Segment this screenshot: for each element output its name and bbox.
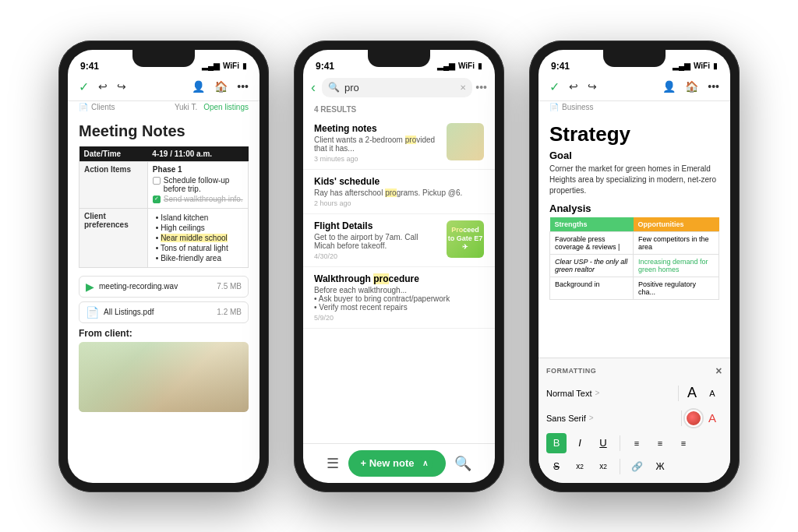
time-3: 9:41 [551, 61, 570, 72]
result-1-snippet: Client wants a 2-bedroom provided that i… [314, 136, 439, 153]
normal-text-chevron: > [595, 389, 599, 397]
result-2-title: Kids' schedule [314, 176, 484, 187]
formatting-header: FORMATTING × [546, 365, 722, 377]
result-2-snippet: Ray has afterschool programs. Pickup @6. [314, 188, 484, 197]
opportunity-3: Positive regulatory cha... [634, 277, 719, 299]
search-bar[interactable]: 🔍 pro ✕ [322, 78, 472, 97]
expand-icon: ∧ [422, 459, 428, 467]
search-toolbar: ‹ 🔍 pro ✕ ••• [303, 75, 495, 100]
prefs-list: Island kitchen High ceilings Near middle… [153, 213, 243, 262]
search-bottom-icon[interactable]: 🔍 [454, 455, 471, 472]
wifi-icon-2: WiFi [458, 62, 475, 70]
underline-button[interactable]: U [593, 433, 613, 453]
home-icon-3[interactable]: 🏠 [683, 79, 700, 94]
align-left-button[interactable]: ≡ [627, 433, 647, 453]
time-1: 9:41 [80, 61, 99, 72]
divider-4 [620, 459, 620, 474]
opportunity-2: Increasing demand for green homes [634, 254, 719, 277]
strength-3: Background in [550, 277, 634, 299]
open-listings-link[interactable]: Open listings [203, 103, 249, 111]
formatting-panel: FORMATTING × Normal Text > A A San [538, 358, 730, 483]
doc3-content: Strategy Goal Corner the market for gree… [538, 115, 730, 358]
breadcrumb-clients[interactable]: Clients [91, 103, 115, 111]
phone-2: 9:41 ▂▄▆ WiFi ▮ ‹ 🔍 pro ✕ ••• 4 RESULTS [294, 41, 504, 492]
search-result-4[interactable]: Walkthrough procedure Before each walkth… [303, 267, 495, 329]
phone-1: 9:41 ▂▄▆ WiFi ▮ ✓ ↩ ↪ 👤 🏠 ••• 📄 Clients [58, 41, 269, 492]
subscript-button[interactable]: x2 [593, 456, 613, 477]
check-icon-3[interactable]: ✓ [548, 78, 561, 96]
result-4-snippet: Before each walkthrough... • Ask buyer t… [314, 286, 484, 312]
new-note-button[interactable]: + New note ∧ [348, 450, 446, 477]
result-1-text: Meeting notes Client wants a 2-bedroom p… [314, 123, 439, 163]
back-button[interactable]: ‹ [311, 79, 319, 96]
attachment-pdf: 📄 All Listings.pdf 1.2 MB [79, 301, 249, 323]
attachment-audio: ▶ meeting-recording.wav 7.5 MB [79, 276, 249, 298]
opportunity-1: Few competitors in the area [634, 231, 719, 254]
bold-button[interactable]: B [546, 433, 567, 453]
results-count: 4 RESULTS [303, 100, 495, 117]
doc3-title: Strategy [549, 122, 719, 146]
sans-serif-label: Sans Serif [546, 414, 586, 423]
result-3-title: Flight Details [314, 220, 439, 231]
align-center-button[interactable]: ≡ [650, 433, 670, 453]
search-result-3[interactable]: Flight Details Get to the airport by 7am… [303, 214, 495, 267]
doc-content-1: Meeting Notes Date/Time 4-19 / 11:00 a.m… [68, 115, 260, 483]
color-picker-button[interactable] [685, 410, 702, 427]
pref-3: Near middle school [156, 234, 243, 242]
notch-1 [132, 50, 195, 67]
formatting-title: FORMATTING [546, 367, 596, 375]
code-button[interactable]: Ж [650, 456, 670, 477]
more-icon-1[interactable]: ••• [235, 79, 250, 94]
superscript-button[interactable]: x2 [570, 456, 590, 477]
pref-highlighted: Near middle school [161, 234, 228, 242]
strikethrough-button[interactable]: S [546, 456, 567, 477]
divider-2 [681, 410, 682, 426]
result-1-time: 3 minutes ago [314, 155, 439, 163]
search-results-list: Meeting notes Client wants a 2-bedroom p… [303, 117, 495, 443]
more-icon-3[interactable]: ••• [706, 79, 721, 94]
menu-icon[interactable]: ☰ [327, 455, 339, 472]
phone-3: 9:41 ▂▄▆ WiFi ▮ ✓ ↩ ↪ 👤 🏠 ••• 📄 Business [529, 41, 740, 492]
font-size-large-button[interactable]: A [682, 383, 702, 403]
format-row-4: S x2 x2 🔗 Ж [546, 456, 722, 477]
close-formatting-button[interactable]: × [715, 365, 722, 377]
search-more-icon[interactable]: ••• [475, 81, 487, 93]
text-color-button[interactable]: A [702, 408, 722, 428]
undo-icon-3[interactable]: ↩ [567, 79, 580, 94]
pref-4: Tons of natural light [156, 244, 243, 252]
font-size-small-button[interactable]: A [702, 383, 722, 403]
font-selector[interactable]: Sans Serif > [546, 414, 678, 423]
swot-analysis-table: Strengths Opportunities Favorable press … [549, 217, 719, 300]
search-icon: 🔍 [328, 82, 340, 93]
signal-icon-1: ▂▄▆ [202, 62, 220, 70]
search-result-2[interactable]: Kids' schedule Ray has afterschool progr… [303, 170, 495, 214]
swot-row-2: Clear USP - the only all green realtor I… [550, 254, 719, 277]
strength-1: Favorable press coverage & reviews | [550, 231, 634, 254]
meeting-notes-table: Date/Time 4-19 / 11:00 a.m. Action Items… [79, 146, 249, 268]
signal-icon-3: ▂▄▆ [673, 62, 690, 70]
undo-icon-1[interactable]: ↩ [97, 79, 109, 94]
checkbox-1[interactable] [153, 177, 161, 185]
status-icons-3: ▂▄▆ WiFi ▮ [673, 62, 718, 70]
user-icon-1[interactable]: 👤 [190, 79, 207, 94]
check-icon-1[interactable]: ✓ [77, 78, 90, 96]
breadcrumb-3: 📄 Business [538, 101, 730, 115]
redo-icon-3[interactable]: ↪ [586, 79, 598, 94]
result-2-text: Kids' schedule Ray has afterschool progr… [314, 176, 484, 207]
result-4-date: 5/9/20 [314, 314, 484, 322]
align-right-button[interactable]: ≡ [673, 433, 694, 453]
link-button[interactable]: 🔗 [627, 456, 647, 477]
home-icon-1[interactable]: 🏠 [213, 79, 229, 94]
pdf-icon: 📄 [86, 306, 99, 319]
search-result-1[interactable]: Meeting notes Client wants a 2-bedroom p… [303, 117, 495, 170]
strength-header: Strengths [550, 217, 634, 232]
search-clear-icon[interactable]: ✕ [460, 83, 466, 92]
breadcrumb-biz[interactable]: Business [562, 103, 594, 111]
checkbox-2[interactable] [153, 196, 161, 203]
normal-text-selector[interactable]: Normal Text > [546, 389, 675, 398]
italic-button[interactable]: I [570, 433, 590, 453]
user-icon-3[interactable]: 👤 [661, 79, 677, 94]
phase-label: Phase 1 [153, 165, 243, 174]
redo-icon-1[interactable]: ↪ [115, 79, 128, 94]
expand-button[interactable]: ∧ [418, 456, 433, 471]
